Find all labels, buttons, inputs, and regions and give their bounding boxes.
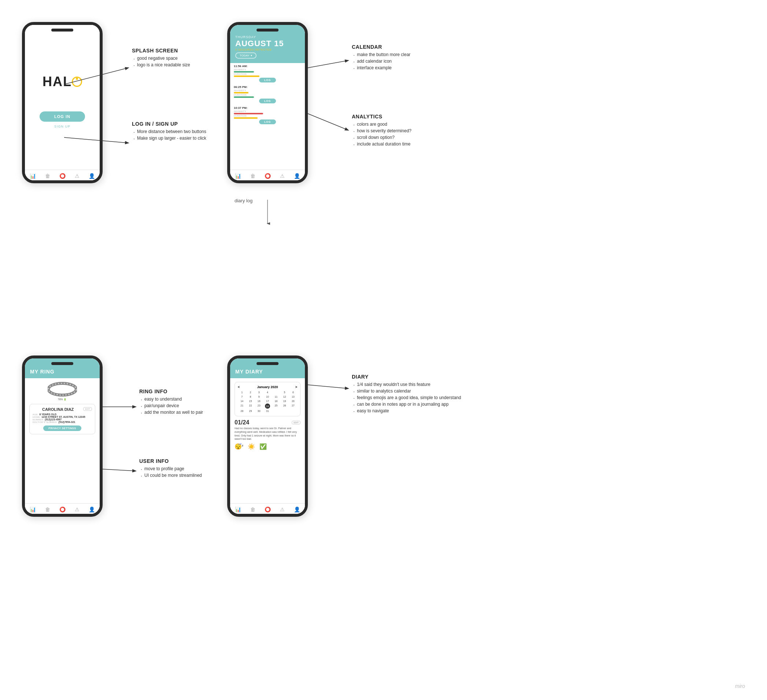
arrows-overlay [0, 0, 767, 700]
nav-profile-icon4[interactable]: 👤 [294, 506, 300, 512]
nav-profile-icon2[interactable]: 👤 [294, 173, 300, 179]
cal-day: 17 [264, 399, 272, 403]
privacy-settings-button[interactable]: PRIVACY SETTINGS [43, 425, 81, 431]
analytics-annotation-list: colors are good how is severity determin… [352, 121, 412, 147]
user-annotation: USER INFO move to profile page UI could … [139, 458, 202, 479]
nav-analytics-icon3[interactable]: 📊 [30, 506, 36, 512]
ring-body: 78% 🔋 EDIT CAROLINA DIAZ AGE: 8 YEARS OL… [25, 378, 100, 503]
svg-line-8 [103, 469, 135, 471]
nav-profile-icon3[interactable]: 👤 [89, 506, 95, 512]
nav-alert-icon2[interactable]: ⚠ [280, 173, 285, 179]
cal-day: 26 [280, 404, 288, 409]
ring-screen: MY RING 78% 🔋 EDIT CAROLINA DIAZ AGE: 8 … [25, 358, 100, 514]
age-value: 8 YEARS OLD [40, 413, 57, 415]
splash-annotation-title: SPLASH SCREEN [132, 48, 190, 54]
cal-prev-button[interactable]: < [238, 385, 240, 389]
log-button-1[interactable]: LOG [259, 78, 276, 83]
analytics-header: THURSDAY AUGUST 15 3 SEIZURES DETECTED T… [230, 25, 305, 63]
cal-day: 10 [264, 395, 272, 399]
analytics-annotation: ANALYTICS colors are good how is severit… [352, 114, 412, 147]
diary-edit-button[interactable]: EDIT [292, 421, 301, 425]
ring-info-box: EDIT CAROLINA DIAZ AGE: 8 YEARS OLD HOME… [29, 404, 95, 434]
analytics-day: THURSDAY [235, 35, 300, 39]
diary-entry-date: 01/24 EDIT [234, 419, 301, 426]
nav-profile-icon[interactable]: 👤 [89, 173, 95, 179]
halo-dot [76, 78, 78, 80]
diary-bullet-2: similar to analytics calendar [352, 388, 461, 395]
diary-bottom-nav: 📊 🗑 ⭕ ⚠ 👤 [230, 503, 305, 514]
nav-analytics-icon2[interactable]: 📊 [235, 173, 241, 179]
today-button[interactable]: TODAY ▾ [235, 52, 256, 59]
diary-bullet-5: easy to navigate [352, 407, 461, 414]
analytics-bullet-4: include actual duration time [352, 141, 412, 147]
phone-ring: MY RING 78% 🔋 EDIT CAROLINA DIAZ AGE: 8 … [22, 355, 103, 517]
login-bullet-1: More distance between two buttons [132, 128, 206, 135]
nav-alert-icon[interactable]: ⚠ [75, 173, 80, 179]
ring-annotation: RING INFO easy to understand pair/unpair… [139, 388, 203, 415]
bottom-nav: 📊 🗑 ⭕ ⚠ 👤 [25, 170, 100, 180]
analytics-bullet-2: how is severity determined? [352, 127, 412, 134]
user-annotation-title: USER INFO [139, 458, 202, 464]
cal-day-today[interactable]: 24 [265, 404, 270, 409]
analytics-bullet-3: scroll down option? [352, 134, 412, 141]
nav-trash-icon[interactable]: 🗑 [45, 173, 50, 179]
nav-ring-icon2[interactable]: ⭕ [264, 173, 271, 179]
nav-trash-icon4[interactable]: 🗑 [250, 506, 255, 512]
sun-emoji[interactable]: ☀️ [248, 443, 255, 450]
nav-ring-icon4[interactable]: ⭕ [264, 506, 271, 512]
analytics-annotation-title: ANALYTICS [352, 114, 412, 119]
ring-bullet-2: pair/unpair device [139, 402, 203, 409]
cal-day: 25 [272, 404, 280, 409]
diary-screen: MY DIARY < January 2020 > 1 2 3 4 5 6 7 [230, 358, 305, 514]
ring-annotation-list: easy to understand pair/unpair device ad… [139, 396, 203, 415]
log-button-2[interactable]: LOG [259, 99, 276, 103]
diary-entry-text: Had no classes today, went to see Dr. Pa… [234, 426, 301, 441]
cal-day: 16 [255, 399, 263, 403]
login-annotation-title: LOG IN / SIGN UP [132, 121, 206, 127]
login-button[interactable]: LOG IN [40, 111, 85, 122]
cal-day: 2 [246, 390, 254, 395]
diary-annotation-title: DIARY [352, 374, 461, 380]
cal-day: 13 [289, 395, 297, 399]
cal-day: 30 [255, 409, 263, 413]
today-label: TODAY [240, 54, 250, 57]
cal-day: 21 [238, 404, 246, 409]
nav-ring-icon[interactable]: ⭕ [59, 173, 65, 179]
nav-trash-icon2[interactable]: 🗑 [250, 173, 255, 179]
log-button-3[interactable]: LOG [259, 119, 276, 124]
nav-alert-icon4[interactable]: ⚠ [280, 506, 285, 512]
duration-bar-2 [234, 96, 254, 98]
login-annotation-list: More distance between two buttons Make s… [132, 128, 206, 142]
signup-link[interactable]: SIGN UP [54, 125, 70, 128]
analytics-seizures: 3 SEIZURES DETECTED [235, 48, 300, 51]
duration-label-2: DURATION [234, 94, 301, 96]
diary-emojis: 😴z ☀️ ✅ [234, 443, 301, 450]
log-entry-1: 11:56 AM: SEVERITY DURATION LOG [234, 65, 301, 83]
cal-month-label: January 2020 [257, 385, 278, 389]
diary-annotation: DIARY 1/4 said they wouldn't use this fe… [352, 374, 461, 414]
check-emoji[interactable]: ✅ [259, 443, 267, 450]
calendar-widget: < January 2020 > 1 2 3 4 5 6 7 8 9 10 11 [234, 382, 301, 416]
nav-analytics-icon[interactable]: 📊 [30, 173, 36, 179]
severity-label-3: SEVERITY [234, 110, 301, 113]
age-label: AGE: 8 YEARS OLD [33, 413, 92, 415]
severity-bar-3 [234, 113, 263, 115]
diary-bullet-4: can be done in notes app or in a journal… [352, 401, 461, 407]
cal-day: 29 [246, 409, 254, 413]
log-time-1: 11:56 AM: [234, 65, 301, 68]
diary-bullet-3: feelings emojis are a good idea, simple … [352, 395, 461, 401]
ring-edit-button[interactable]: EDIT [83, 407, 92, 411]
cal-day [272, 390, 280, 395]
cal-day: 7 [238, 395, 246, 399]
cal-day: 4 [264, 390, 272, 395]
cal-next-button[interactable]: > [295, 385, 297, 389]
nav-trash-icon3[interactable]: 🗑 [45, 506, 50, 512]
cal-day: 11 [272, 395, 280, 399]
sleep-emoji[interactable]: 😴z [234, 443, 243, 450]
cal-day: 8 [246, 395, 254, 399]
nav-alert-icon3[interactable]: ⚠ [75, 506, 80, 512]
ring-image-wrap [29, 382, 95, 396]
ring-header: MY RING [25, 358, 100, 378]
nav-ring-icon3[interactable]: ⭕ [59, 506, 65, 512]
nav-analytics-icon4[interactable]: 📊 [235, 506, 241, 512]
